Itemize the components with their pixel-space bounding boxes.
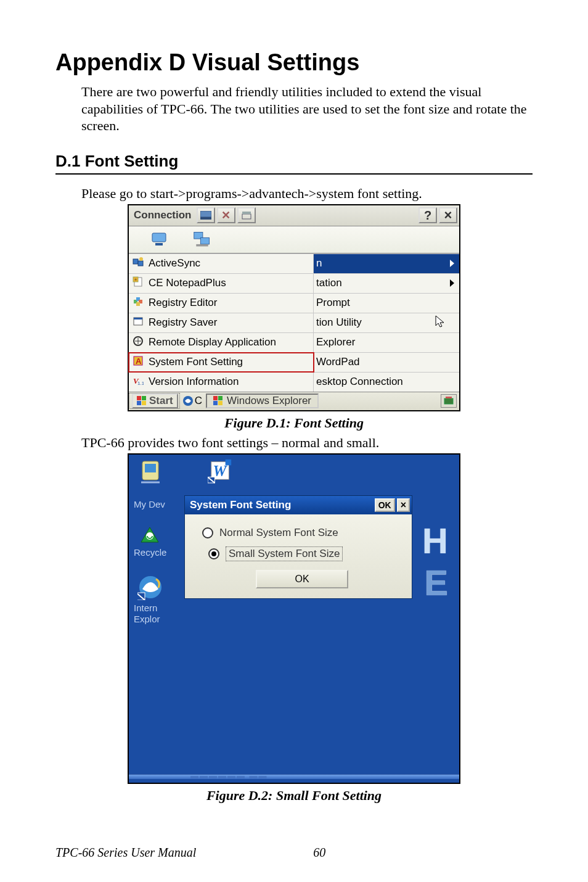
network-drive-icon[interactable] — [150, 230, 168, 249]
footer-page-number: 60 — [313, 846, 325, 860]
after-caption-text: TPC-66 provides two font settings – norm… — [81, 435, 533, 451]
window-titlebar: Connection ✕ ? × — [129, 205, 459, 226]
start-label: Start — [149, 395, 173, 407]
menu-item-right[interactable]: n — [314, 254, 459, 273]
menu-item-left[interactable]: ActiveSync — [129, 254, 314, 273]
radio-small-label: Small System Font Size — [226, 546, 343, 561]
svg-rect-8 — [196, 244, 208, 247]
menu-item-icon: A — [133, 355, 144, 369]
svg-rect-4 — [152, 233, 166, 242]
menu-item-left[interactable]: +CE NotepadPlus — [129, 274, 314, 293]
dialog-body: Normal System Font Size Small System Fon… — [185, 514, 412, 598]
menu-item-icon — [133, 296, 144, 310]
menu-item-left[interactable]: Remote Display Application — [129, 333, 314, 352]
radio-small-font[interactable]: Small System Font Size — [208, 546, 402, 561]
menu-item-left[interactable]: Registry Saver — [129, 313, 314, 332]
menu-item-right-label: esktop Connection — [316, 376, 403, 388]
menu-item-label: Registry Editor — [149, 297, 217, 309]
menu-row-6: V1.1Version Informationesktop Connection — [129, 372, 459, 392]
dialog-ok-button[interactable]: OK — [375, 498, 395, 512]
screenshot-font-dialog: W My Dev System Font Setting OK × — [128, 453, 460, 784]
menu-item-icon — [133, 316, 144, 329]
desktop-icon-mydevice[interactable] — [137, 458, 163, 485]
svg-rect-0 — [200, 211, 211, 217]
quicklaunch-label: C — [195, 395, 202, 407]
taskbar-app-button[interactable]: Windows Explorer — [206, 394, 319, 408]
svg-rect-37 — [444, 398, 453, 404]
dialog-title: System Font Setting — [190, 499, 291, 511]
svg-rect-40 — [145, 464, 156, 472]
figure-1-caption: Figure D.1: Font Setting — [55, 415, 533, 431]
desktop-label-recycle: Recycle — [134, 547, 166, 558]
dialog-close-button[interactable]: × — [397, 498, 410, 512]
font-setting-dialog: System Font Setting OK × Normal System F… — [184, 495, 412, 599]
menu-item-right-label: WordPad — [316, 356, 360, 368]
appendix-title: Appendix D Visual Settings — [55, 49, 533, 76]
menu-item-label: System Font Setting — [149, 356, 243, 368]
menu-item-icon: + — [133, 276, 144, 291]
dialog-titlebar: System Font Setting OK × — [185, 496, 412, 514]
menu-item-icon: V1.1 — [133, 375, 144, 389]
window-title: Connection — [129, 209, 197, 221]
svg-rect-36 — [218, 401, 223, 405]
taskbar-app-label: Windows Explorer — [227, 395, 311, 407]
svg-text:+: + — [134, 278, 137, 282]
desktop-taskbar-strip — [129, 774, 459, 779]
desktop-label-intern: Intern — [134, 603, 157, 613]
menu-item-left[interactable]: V1.1Version Information — [129, 373, 314, 392]
section-heading: D.1 Font Setting — [55, 152, 533, 175]
svg-rect-18 — [136, 302, 140, 306]
menu-item-label: Version Information — [149, 376, 239, 388]
svg-rect-34 — [218, 396, 223, 400]
figure-2-caption: Figure D.2: Small Font Setting — [55, 788, 533, 804]
close-button[interactable]: × — [439, 207, 457, 223]
menu-row-0: ActiveSyncn — [129, 253, 459, 273]
window-toolbar — [129, 226, 459, 253]
menu-item-left[interactable]: Registry Editor — [129, 294, 314, 313]
toolbar-close-icon[interactable]: ✕ — [217, 207, 235, 223]
tray-icon[interactable] — [441, 394, 457, 408]
svg-rect-28 — [137, 396, 141, 400]
toolbar-config-icon[interactable] — [237, 207, 256, 223]
menu-item-right[interactable]: tion Utility — [314, 313, 459, 332]
menu-row-5: ASystem Font SettingWordPad — [129, 352, 459, 372]
network-computers-icon[interactable] — [193, 230, 211, 249]
menu-item-right-label: tion Utility — [316, 316, 362, 329]
desktop-icon-wordpad[interactable]: W — [208, 457, 234, 484]
svg-rect-5 — [155, 243, 163, 245]
toolbar-keyboard-icon[interactable] — [197, 207, 215, 223]
menu-item-right[interactable]: WordPad — [314, 353, 459, 372]
menu-row-2: Registry Editor Prompt — [129, 293, 459, 313]
menu-item-right[interactable]: Prompt — [314, 294, 459, 313]
start-button[interactable]: Start — [132, 394, 178, 408]
ok-button[interactable]: OK — [256, 570, 348, 588]
menu-item-left[interactable]: ASystem Font Setting — [129, 353, 314, 372]
radio-icon-selected — [208, 548, 219, 559]
menu-row-1: +CE NotepadPlustation — [129, 273, 459, 293]
watermark-E: E — [424, 562, 448, 603]
svg-rect-9 — [133, 259, 138, 264]
menu-item-right[interactable]: esktop Connection — [314, 373, 459, 392]
svg-rect-30 — [137, 401, 141, 405]
svg-rect-7 — [200, 237, 209, 244]
svg-point-11 — [139, 257, 143, 261]
menu-item-right[interactable]: tation — [314, 274, 459, 293]
footer-manual-name: TPC-66 Series User Manual — [55, 846, 196, 860]
taskbar: Start C Windows Explorer — [129, 392, 459, 410]
menu-item-right-label: tation — [316, 277, 342, 289]
radio-normal-font[interactable]: Normal System Font Size — [202, 527, 402, 539]
submenu-arrow-icon — [450, 279, 454, 287]
svg-text:A: A — [136, 357, 142, 366]
menu-item-label: Remote Display Application — [149, 336, 276, 348]
help-button[interactable]: ? — [419, 207, 437, 223]
svg-rect-20 — [134, 318, 142, 319]
menu-item-right-label: n — [316, 257, 322, 270]
menu-item-right[interactable]: Explorer — [314, 333, 459, 352]
desktop-label-mydev: My Dev — [134, 499, 165, 509]
menu-item-label: ActiveSync — [149, 257, 200, 270]
desktop-icon-ie[interactable] — [137, 574, 163, 603]
svg-rect-10 — [138, 261, 143, 266]
screenshot-start-menu: Connection ✕ ? × — [128, 204, 460, 411]
quicklaunch-item[interactable]: C — [182, 395, 202, 407]
desktop-icon-recycle[interactable] — [137, 525, 162, 550]
